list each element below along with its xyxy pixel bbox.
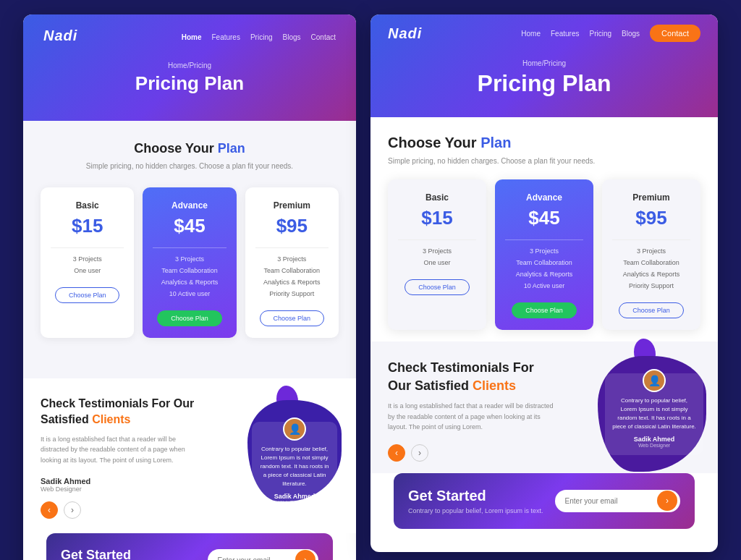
right-prev-arrow[interactable]: ‹ [388, 444, 405, 462]
right-contact-btn[interactable]: Contact [650, 25, 700, 42]
left-hero-header: Nadi Home Features Pricing Blogs Contact… [23, 14, 356, 121]
plan-advance-name: Advance [153, 200, 226, 211]
right-section-title: Choose Your Plan [388, 135, 700, 151]
left-nav-links: Home Features Pricing Blogs Contact [182, 30, 336, 43]
right-plan-advance: Advance $45 3 Projects Team Collaboratio… [495, 179, 593, 330]
right-plan-basic-price: $15 [398, 207, 476, 229]
plan-premium-f1: 3 Projects [255, 255, 329, 263]
logo-prefix: N [43, 27, 54, 43]
right-email-wrap: › [555, 490, 680, 512]
right-get-started-sub: Contrary to popular belief, Lorem ipsum … [408, 507, 543, 514]
left-testimonial-bubble: 👤 Contrary to popular belief, Lorem Ipsu… [252, 422, 337, 512]
right-testimonials: Check Testimonials For Our Satisfied Cli… [370, 341, 718, 473]
right-hero-header: Nadi Home Features Pricing Blogs Contact… [370, 14, 718, 117]
left-page-title: Pricing Plan [43, 72, 336, 95]
left-testimonials-text: It is a long established fact that a rea… [41, 434, 205, 465]
plan-basic-price: $15 [51, 215, 124, 237]
right-nav-features[interactable]: Features [551, 30, 579, 38]
right-plan-basic-divider [398, 239, 476, 240]
right-plan-premium-price: $95 [612, 207, 690, 229]
plan-basic-btn[interactable]: Choose Plan [55, 287, 120, 303]
left-bubble-role: Web Designer [259, 500, 330, 505]
right-bubble-author: Sadik Ahmed [612, 436, 696, 443]
right-plan-advance-price: $45 [505, 207, 583, 229]
plan-premium-name: Premium [255, 200, 329, 211]
right-nav: Nadi Home Features Pricing Blogs Contact [388, 25, 700, 42]
right-avatar: 👤 [643, 369, 666, 392]
right-logo: Nadi [388, 25, 422, 42]
plan-premium-btn[interactable]: Choose Plan [260, 310, 325, 326]
left-plan-basic: Basic $15 3 Projects One user Choose Pla… [41, 187, 134, 338]
right-section-subtitle: Simple pricing, no hidden charges. Choos… [388, 156, 700, 166]
right-nav-home[interactable]: Home [521, 30, 541, 38]
left-blob-container: 👤 Contrary to popular belief, Lorem Ipsu… [226, 386, 342, 509]
plan-premium-divider [255, 247, 329, 248]
right-plan-premium-f1: 3 Projects [612, 247, 690, 255]
right-preview-card: Nadi Home Features Pricing Blogs Contact… [370, 14, 718, 552]
right-nav-blogs[interactable]: Blogs [622, 30, 640, 38]
plan-premium-f3: Analytics & Reports [255, 279, 329, 286]
right-blob-container: 👤 Contrary to popular belief, Lorem Ipsu… [576, 341, 706, 472]
right-plan-basic-f2: One user [398, 259, 476, 266]
right-plan-premium-f3: Analytics & Reports [612, 271, 690, 278]
right-get-started: Get Started Contrary to popular belief, … [394, 473, 695, 529]
plan-advance-price: $45 [153, 215, 226, 237]
left-breadcrumb: Home/Pricing [43, 61, 336, 69]
plan-advance-divider [153, 247, 226, 248]
plan-advance-btn[interactable]: Choose Plan [157, 310, 222, 326]
plan-advance-f3: Analytics & Reports [153, 279, 226, 286]
right-breadcrumb: Home/Pricing [388, 59, 700, 67]
right-plan-basic-btn[interactable]: Choose Plan [405, 279, 470, 295]
plan-basic-f1: 3 Projects [51, 255, 124, 263]
right-testimonial-bubble: 👤 Contrary to popular belief, Lorem Ipsu… [605, 373, 703, 455]
left-testimonials-title: Check Testimonials For Our Satisfied Cli… [41, 396, 205, 428]
right-page-title: Pricing Plan [388, 70, 700, 97]
right-logo-prefix: N [388, 25, 399, 41]
right-plan-advance-divider [505, 239, 583, 240]
left-bubble-author: Sadik Ahmed [259, 493, 330, 500]
right-get-started-title: Get Started [408, 488, 543, 504]
nav-link-features[interactable]: Features [211, 33, 240, 41]
right-plan-basic-name: Basic [398, 192, 476, 203]
left-content-section: Choose Your Plan Simple pricing, no hidd… [23, 121, 356, 378]
right-plan-premium-btn[interactable]: Choose Plan [619, 302, 684, 318]
left-prev-arrow[interactable]: ‹ [41, 501, 58, 519]
nav-link-blogs[interactable]: Blogs [283, 33, 301, 41]
right-plan-advance-f3: Analytics & Reports [505, 271, 583, 278]
right-plan-advance-name: Advance [505, 192, 583, 203]
nav-link-home[interactable]: Home [182, 33, 202, 41]
left-get-started: Get Started Contrary to popular belief, … [46, 533, 333, 560]
right-plan-premium-divider [612, 239, 690, 240]
right-plan-premium-f2: Team Collaboration [612, 259, 690, 266]
nav-link-pricing[interactable]: Pricing [250, 33, 273, 41]
right-quote-text: Contrary to popular belief, Lorem Ipsum … [612, 396, 696, 431]
left-preview-card: Nadi Home Features Pricing Blogs Contact… [23, 14, 356, 560]
right-plan-premium-f4: Priority Support [612, 282, 690, 289]
right-next-arrow[interactable]: › [411, 444, 428, 462]
right-blob-bg: 👤 Contrary to popular belief, Lorem Ipsu… [598, 356, 706, 472]
plan-premium-f4: Priority Support [255, 290, 329, 297]
left-testimonials: Check Testimonials For Our Satisfied Cli… [23, 378, 356, 533]
left-next-arrow[interactable]: › [64, 501, 81, 519]
left-logo: Nadi [43, 27, 77, 44]
plan-basic-name: Basic [51, 200, 124, 211]
left-blob-bg: 👤 Contrary to popular belief, Lorem Ipsu… [247, 400, 342, 501]
plan-premium-price: $95 [255, 215, 329, 237]
right-nav-pricing[interactable]: Pricing [589, 30, 611, 38]
right-email-submit[interactable]: › [657, 491, 677, 511]
nav-link-contact[interactable]: Contact [311, 33, 336, 41]
right-plan-advance-f4: 10 Active user [505, 282, 583, 289]
plan-advance-f1: 3 Projects [153, 255, 226, 263]
right-nav-links-wrap: Home Features Pricing Blogs Contact [521, 25, 700, 42]
right-plan-premium-name: Premium [612, 192, 690, 203]
left-quote-text: Contrary to popular belief, Lorem Ipsum … [259, 445, 330, 488]
plan-advance-f2: Team Collaboration [153, 267, 226, 274]
left-plan-premium: Premium $95 3 Projects Team Collaboratio… [245, 187, 339, 338]
plan-premium-f2: Team Collaboration [255, 267, 329, 274]
right-bubble-role: Web Designer [612, 443, 696, 448]
right-plan-advance-btn[interactable]: Choose Plan [512, 302, 577, 318]
plan-basic-f2: One user [51, 267, 124, 274]
plan-basic-divider [51, 247, 124, 248]
right-plan-basic-f1: 3 Projects [398, 247, 476, 255]
left-section-title: Choose Your Plan [41, 141, 339, 156]
